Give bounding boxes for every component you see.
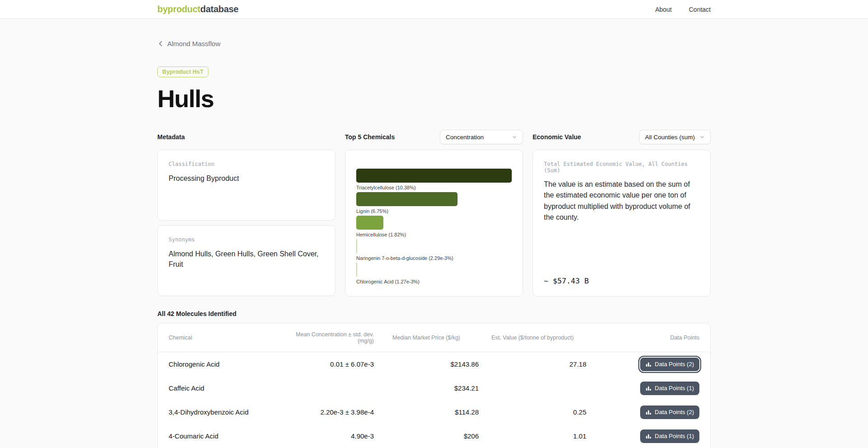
cell-est-value: 1.01 bbox=[479, 432, 586, 440]
molecules-section: All 42 Molecules Identified Chemical Mea… bbox=[157, 310, 711, 448]
synonyms-card: Synonyms Almond Hulls, Green Hulls, Gree… bbox=[157, 225, 335, 296]
metric-dropdown-value: Concentration bbox=[446, 134, 484, 141]
logo-part-byproduct: byproduct bbox=[157, 4, 200, 14]
nav-link-about[interactable]: About bbox=[655, 6, 672, 13]
economic-value-section: Economic Value All Counties (sum) Total … bbox=[533, 130, 711, 297]
classification-label: Classification bbox=[169, 161, 324, 167]
chevron-down-icon bbox=[699, 134, 705, 140]
cell-price: $234.21 bbox=[374, 384, 479, 392]
cell-est-value: 0.25 bbox=[479, 408, 586, 416]
top-chemicals-chart-card: Triacetylcellulose (10.38%) Lignin (6.75… bbox=[345, 150, 523, 297]
concentration-bar-chart: Triacetylcellulose (10.38%) Lignin (6.75… bbox=[356, 169, 512, 285]
data-points-button[interactable]: Data Points (2) bbox=[640, 406, 699, 419]
column-header-data-points: Data Points bbox=[586, 335, 710, 341]
data-points-button[interactable]: Data Points (1) bbox=[640, 429, 699, 443]
chart-bar-label: Lignin (6.75%) bbox=[356, 208, 512, 214]
economic-value-amount: ~ $57.43 B bbox=[544, 277, 699, 285]
cell-concentration: 0.01 ± 6.07e-3 bbox=[293, 360, 374, 368]
table-row: Chlorogenic Acid 0.01 ± 6.07e-3 $2143.86… bbox=[158, 352, 710, 376]
bar-group: Naringenin 7-o-beta-d-glucoside (2.29e-3… bbox=[356, 239, 512, 261]
back-link[interactable]: Almond Massflow bbox=[157, 40, 221, 47]
summary-columns: Metadata Classification Processing Bypro… bbox=[157, 130, 711, 297]
page-content: Almond Massflow Byproduct HsT Hulls Meta… bbox=[157, 19, 711, 448]
cell-chemical: 3,4-Dihydroxybenzoic Acid bbox=[158, 408, 293, 416]
page-title: Hulls bbox=[157, 85, 711, 113]
top-chemicals-section-title: Top 5 Chemicals bbox=[345, 133, 395, 141]
cell-chemical: Caffeic Acid bbox=[158, 384, 293, 392]
bar-chart-icon bbox=[646, 409, 651, 415]
table-row: Caffeic Acid $234.21 Data Points (1) bbox=[158, 376, 710, 400]
column-header-est-value: Est. Value ($/tonne of byproduct) bbox=[479, 335, 586, 341]
synonyms-value: Almond Hulls, Green Hulls, Green Shell C… bbox=[169, 249, 324, 269]
bar-group: Chlorogenic Acid (1.27e-3%) bbox=[356, 263, 512, 285]
data-points-button[interactable]: Data Points (1) bbox=[640, 382, 699, 395]
bar-group: Triacetylcellulose (10.38%) bbox=[356, 169, 512, 191]
app-logo[interactable]: byproductdatabase bbox=[157, 4, 238, 14]
synonyms-label: Synonyms bbox=[169, 236, 324, 243]
bar-chart-icon bbox=[646, 385, 651, 391]
top-navbar: byproductdatabase About Contact bbox=[0, 0, 868, 19]
economic-value-card: Total Estimated Economic Value, All Coun… bbox=[533, 150, 711, 297]
chart-bar-fill bbox=[356, 216, 383, 230]
molecules-section-title: All 42 Molecules Identified bbox=[157, 310, 711, 317]
counties-dropdown-value: All Counties (sum) bbox=[645, 134, 695, 141]
classification-card: Classification Processing Byproduct bbox=[157, 150, 335, 221]
cell-chemical: 4-Coumaric Acid bbox=[158, 432, 293, 440]
metadata-section: Metadata Classification Processing Bypro… bbox=[157, 130, 335, 297]
data-points-button[interactable]: Data Points (2) bbox=[640, 358, 699, 371]
cell-concentration: 2.20e-3 ± 3.98e-4 bbox=[293, 408, 374, 416]
data-points-button-label: Data Points (2) bbox=[655, 361, 694, 368]
chevron-down-icon bbox=[512, 134, 517, 140]
cell-est-value: 27.18 bbox=[479, 360, 586, 368]
table-header-row: Chemical Mean Concentration ± std. dev. … bbox=[158, 323, 710, 352]
chart-bar-fill bbox=[356, 263, 357, 277]
bar-group: Hemicellulose (1.82%) bbox=[356, 216, 512, 238]
cell-concentration: 4.90e-3 bbox=[293, 432, 374, 440]
data-points-button-label: Data Points (1) bbox=[655, 433, 694, 439]
data-points-button-label: Data Points (2) bbox=[655, 409, 694, 415]
chart-bar-label: Hemicellulose (1.82%) bbox=[356, 232, 512, 238]
table-row: 3,4-Dihydroxybenzoic Acid 2.20e-3 ± 3.98… bbox=[158, 400, 710, 424]
economic-value-section-title: Economic Value bbox=[533, 133, 581, 141]
cell-price: $114.28 bbox=[374, 408, 479, 416]
bar-group: Lignin (6.75%) bbox=[356, 192, 512, 214]
column-header-price: Median Market Price ($/kg) bbox=[374, 335, 479, 341]
logo-part-database: database bbox=[200, 4, 238, 14]
back-link-label: Almond Massflow bbox=[167, 40, 221, 47]
chart-bar-label: Naringenin 7-o-beta-d-glucoside (2.29e-3… bbox=[356, 255, 512, 261]
chart-bar-fill bbox=[356, 192, 458, 206]
data-points-button-label: Data Points (1) bbox=[655, 385, 694, 391]
cell-price: $2143.86 bbox=[374, 360, 479, 368]
nav-link-contact[interactable]: Contact bbox=[689, 6, 711, 13]
counties-dropdown[interactable]: All Counties (sum) bbox=[639, 130, 711, 144]
cell-price: $206 bbox=[374, 432, 479, 440]
chart-bar-label: Chlorogenic Acid (1.27e-3%) bbox=[356, 279, 512, 285]
chart-bar-fill bbox=[356, 169, 512, 183]
column-header-chemical: Chemical bbox=[158, 335, 293, 341]
byproduct-type-badge: Byproduct HsT bbox=[157, 66, 208, 77]
cell-chemical: Chlorogenic Acid bbox=[158, 360, 293, 368]
economic-value-description: The value is an estimate based on the su… bbox=[544, 179, 699, 223]
bar-chart-icon bbox=[646, 433, 651, 439]
molecules-table-card: Chemical Mean Concentration ± std. dev. … bbox=[157, 323, 711, 448]
chart-bar-label: Triacetylcellulose (10.38%) bbox=[356, 185, 512, 191]
column-header-concentration: Mean Concentration ± std. dev. (mg/g) bbox=[293, 331, 374, 344]
classification-value: Processing Byproduct bbox=[169, 173, 324, 184]
metadata-section-title: Metadata bbox=[157, 133, 185, 141]
economic-value-card-label: Total Estimated Economic Value, All Coun… bbox=[544, 161, 699, 174]
main-nav: About Contact bbox=[655, 6, 711, 13]
top-chemicals-section: Top 5 Chemicals Concentration Triacetylc… bbox=[345, 130, 523, 297]
chart-bar-fill bbox=[356, 239, 357, 253]
chevron-left-icon bbox=[157, 40, 164, 47]
bar-chart-icon bbox=[646, 361, 651, 367]
metric-dropdown[interactable]: Concentration bbox=[440, 130, 523, 144]
table-row: 4-Coumaric Acid 4.90e-3 $206 1.01 Data P… bbox=[158, 424, 710, 448]
